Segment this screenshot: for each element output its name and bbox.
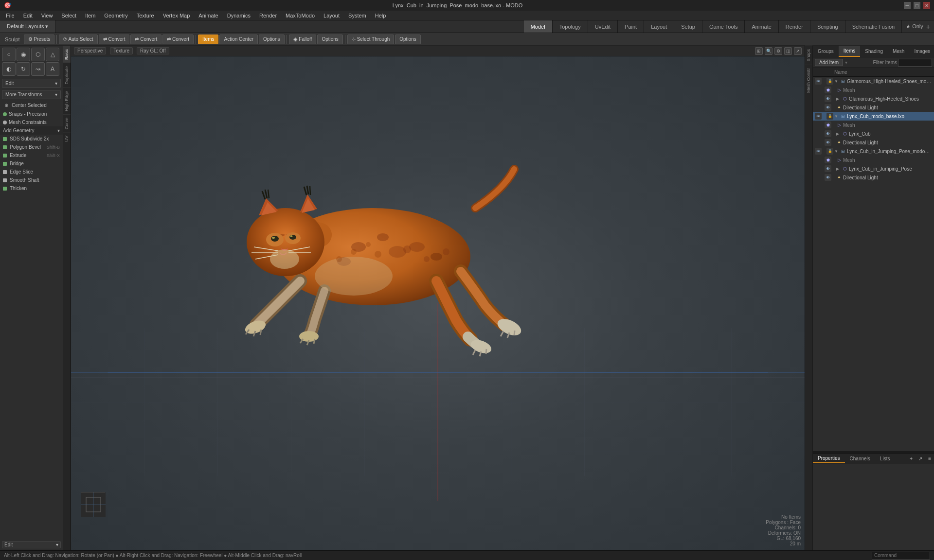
side-tab-basic[interactable]: Basic bbox=[63, 46, 71, 63]
bridge-button[interactable]: Bridge bbox=[0, 159, 63, 168]
polygon-bevel-button[interactable]: Polygon Bevel Shift-B bbox=[0, 143, 63, 151]
thicken-button[interactable]: Thicken bbox=[0, 184, 63, 192]
sds-subdivide-button[interactable]: SDS Subdivide 2x bbox=[0, 135, 63, 143]
viewport-icon-5[interactable]: ↗ bbox=[794, 47, 802, 55]
prop-expand-button[interactable]: ↗ bbox=[916, 455, 925, 462]
eye-mesh-2[interactable]: ⬟ bbox=[825, 122, 831, 128]
tree-item-dir-light-3[interactable]: 👁 ✦ Directional Light bbox=[813, 173, 934, 182]
select-through-button[interactable]: ⊹ Select Through bbox=[347, 35, 394, 44]
menu-item[interactable]: Item bbox=[81, 12, 99, 19]
viewport-icon-3[interactable]: ⚙ bbox=[774, 47, 782, 55]
tree-item-glamorous-shoes-parent[interactable]: 👁 🔒 ▼ ⊞ Glamorous_High-Heeled_Shoes_modo… bbox=[813, 77, 934, 86]
vp-tab-snaps[interactable]: Snaps bbox=[805, 46, 812, 65]
tool-hex[interactable]: ⬡ bbox=[31, 48, 45, 61]
presets-button[interactable]: ⚙ Presets bbox=[24, 35, 55, 44]
perspective-label[interactable]: Perspective bbox=[74, 47, 106, 54]
vp-tab-mesh-constraints[interactable]: Mesh Constr bbox=[805, 65, 812, 96]
smooth-shaft-button[interactable]: Smooth Shaft bbox=[0, 176, 63, 184]
tab-paint[interactable]: Paint bbox=[618, 20, 644, 33]
menu-view[interactable]: View bbox=[37, 12, 57, 19]
tree-item-mesh-2[interactable]: ⬟ ▷ Mesh bbox=[813, 121, 934, 129]
maximize-button[interactable]: □ bbox=[914, 2, 920, 9]
menu-maxtomodo[interactable]: MaxToModo bbox=[282, 12, 319, 19]
eye-dir-light-2[interactable]: 👁 bbox=[825, 139, 831, 146]
options-button-1[interactable]: Options bbox=[259, 35, 284, 44]
tab-render[interactable]: Render bbox=[779, 20, 810, 33]
add-geometry-header[interactable]: Add Geometry ▾ bbox=[0, 126, 63, 135]
convert-button-3[interactable]: ⇄ Convert bbox=[162, 35, 194, 44]
snaps-precision-button[interactable]: Snaps - Precision bbox=[0, 110, 63, 118]
menu-edit[interactable]: Edit bbox=[19, 12, 36, 19]
prop-tab-properties[interactable]: Properties bbox=[813, 454, 845, 463]
tab-layout[interactable]: Layout bbox=[644, 20, 674, 33]
viewport-icon-1[interactable]: ⊞ bbox=[755, 47, 763, 55]
eye-dir-light-1[interactable]: 👁 bbox=[825, 104, 831, 111]
eye-lynx-cub[interactable]: 👁 bbox=[825, 130, 831, 137]
mesh-constraints-button[interactable]: Mesh Constraints bbox=[0, 118, 63, 126]
new-item-dropdown[interactable]: Edit ▾ bbox=[2, 79, 61, 88]
tree-item-lynx-cub[interactable]: 👁 ▶ ⬡ Lynx_Cub bbox=[813, 129, 934, 138]
more-transforms-dropdown[interactable]: More Transforms ▾ bbox=[2, 90, 61, 99]
lock-lynx-base[interactable]: 🔒 bbox=[826, 113, 833, 120]
lock-glamorous-parent[interactable]: 🔒 bbox=[826, 78, 833, 85]
add-tab-button[interactable]: + bbox=[926, 23, 930, 31]
tab-topology[interactable]: Topology bbox=[553, 20, 588, 33]
side-tab-uv[interactable]: UV bbox=[63, 132, 71, 145]
eye-lynx-base[interactable]: 👁 bbox=[815, 113, 822, 120]
extrude-button[interactable]: Extrude Shift-X bbox=[0, 151, 63, 159]
action-center-button[interactable]: Action Center bbox=[219, 35, 258, 44]
tree-item-lynx-base[interactable]: 👁 🔒 ▼ ⊞ Lynx_Cub_modo_base.lxo bbox=[813, 112, 934, 121]
menu-vertex-map[interactable]: Vertex Map bbox=[159, 12, 194, 19]
tree-item-glamorous-shoes[interactable]: 👁 ▶ ⬡ Glamorous_High-Heeled_Shoes bbox=[813, 94, 934, 103]
tab-setup[interactable]: Setup bbox=[674, 20, 702, 33]
tree-item-lynx-cub-pose[interactable]: 👁 ▶ ⬡ Lynx_Cub_in_Jumping_Pose bbox=[813, 164, 934, 173]
options-button-2[interactable]: Options bbox=[317, 35, 342, 44]
prop-tab-lists[interactable]: Lists bbox=[875, 455, 895, 463]
eye-glamorous-parent[interactable]: 👁 bbox=[815, 78, 822, 85]
add-item-button[interactable]: Add Item bbox=[815, 59, 843, 66]
eye-lynx-cub-pose[interactable]: 👁 bbox=[825, 165, 831, 172]
edit-dropdown[interactable]: Edit ▾ bbox=[2, 541, 61, 548]
tree-item-dir-light-2[interactable]: 👁 ✦ Directional Light bbox=[813, 138, 934, 147]
tab-uvedit[interactable]: UvEdit bbox=[588, 20, 618, 33]
tab-model[interactable]: Model bbox=[524, 20, 553, 33]
eye-mesh-1[interactable]: ⬟ bbox=[825, 87, 831, 93]
menu-layout[interactable]: Layout bbox=[320, 12, 343, 19]
menu-file[interactable]: File bbox=[2, 12, 18, 19]
convert-button-1[interactable]: ⇄ Convert bbox=[99, 35, 130, 44]
menu-help[interactable]: Help bbox=[371, 12, 390, 19]
rp-tab-images[interactable]: Images bbox=[909, 46, 934, 57]
texture-label[interactable]: Texture bbox=[110, 47, 133, 54]
tab-game-tools[interactable]: Game Tools bbox=[702, 20, 745, 33]
menu-system[interactable]: System bbox=[344, 12, 370, 19]
bookmark-star[interactable]: ★ Only bbox=[906, 23, 923, 30]
prop-tab-channels[interactable]: Channels bbox=[845, 455, 875, 463]
edge-slice-button[interactable]: Edge Slice bbox=[0, 168, 63, 176]
close-button[interactable]: ✕ bbox=[923, 2, 930, 9]
filter-input[interactable] bbox=[898, 59, 932, 67]
tree-item-mesh-1[interactable]: ⬟ ▷ Mesh bbox=[813, 86, 934, 94]
menu-texture[interactable]: Texture bbox=[133, 12, 158, 19]
eye-dir-light-3[interactable]: 👁 bbox=[825, 174, 831, 181]
side-tab-duplicate[interactable]: Duplicate bbox=[63, 63, 71, 88]
tab-scripting[interactable]: Scripting bbox=[810, 20, 845, 33]
menu-geometry[interactable]: Geometry bbox=[100, 12, 131, 19]
rp-tab-groups[interactable]: Groups bbox=[813, 46, 839, 57]
tab-schematic-fusion[interactable]: Schematic Fusion bbox=[845, 20, 902, 33]
viewport-canvas[interactable]: No Items Polygons : Face Channels: 0 Def… bbox=[71, 56, 805, 550]
side-tab-curve[interactable]: Curve bbox=[63, 114, 71, 132]
viewport-icon-2[interactable]: 🔍 bbox=[765, 47, 772, 55]
menu-animate[interactable]: Animate bbox=[195, 12, 222, 19]
menu-select[interactable]: Select bbox=[57, 12, 80, 19]
auto-select-button[interactable]: ⟳ Auto Select bbox=[59, 35, 97, 44]
tree-item-lynx-jumping[interactable]: 👁 🔒 ▼ ⊞ Lynx_Cub_in_Jumping_Pose_modo_ .… bbox=[813, 147, 934, 156]
menu-render[interactable]: Render bbox=[255, 12, 281, 19]
items-button[interactable]: Items bbox=[198, 35, 218, 44]
tab-animate[interactable]: Animate bbox=[745, 20, 778, 33]
viewport-icon-4[interactable]: ◫ bbox=[784, 47, 792, 55]
tool-sphere[interactable]: ◉ bbox=[17, 48, 30, 61]
prop-add-button[interactable]: + bbox=[907, 455, 916, 462]
ray-label[interactable]: Ray GL: Off bbox=[137, 47, 169, 54]
tree-item-dir-light-1[interactable]: 👁 ✦ Directional Light bbox=[813, 103, 934, 112]
tab-default-layouts[interactable]: Default Layouts ▾ bbox=[0, 20, 56, 33]
